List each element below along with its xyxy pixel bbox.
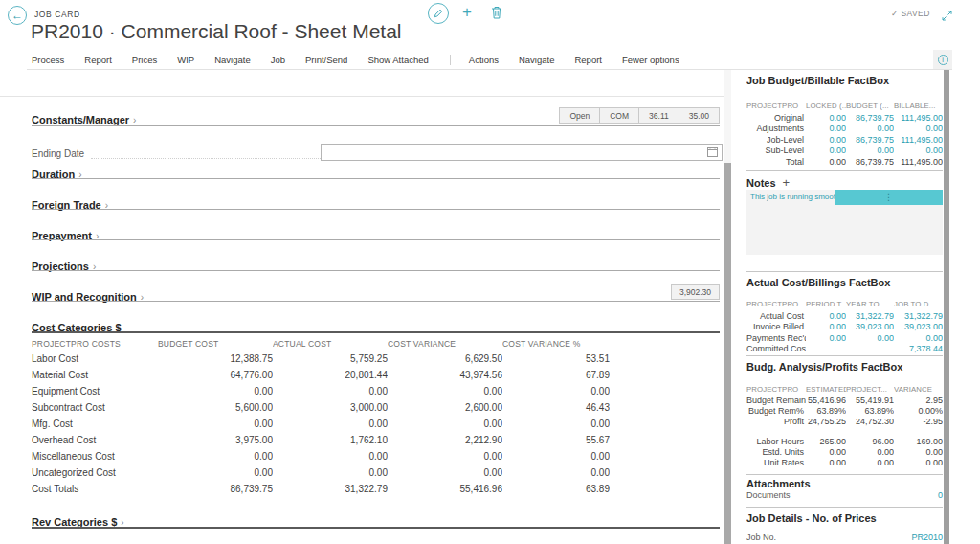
cell-value: 20,801.44	[273, 370, 388, 380]
column-header[interactable]: BUDGET (...	[846, 102, 894, 110]
cell-value[interactable]: 31,322.79	[894, 311, 943, 321]
chip-com[interactable]: COM	[599, 107, 639, 124]
cell-value[interactable]: 7,378.44	[894, 344, 943, 353]
ribbon-item-prices[interactable]: Prices	[132, 55, 157, 65]
ending-date-input[interactable]	[321, 144, 723, 161]
cell-value[interactable]: 0.00	[806, 333, 846, 343]
column-header[interactable]: VARIANCE	[894, 385, 943, 394]
note-item[interactable]: This job is running smoothly. ⋮	[746, 190, 943, 205]
wip-value-wrap: 3,902.30	[0, 284, 720, 300]
info-icon: i	[938, 55, 948, 65]
ribbon-item-print-send[interactable]: Print/Send	[305, 55, 347, 65]
section-duration[interactable]: Duration›	[32, 165, 82, 182]
column-header[interactable]: JOB TO D...	[894, 300, 943, 308]
cell-value: 55,416.96	[806, 396, 846, 405]
note-menu-button[interactable]: ⋮	[835, 190, 943, 205]
factbox-scrollbar-thumb[interactable]	[944, 70, 949, 544]
section-prepayment[interactable]: Prepayment›	[32, 226, 99, 243]
cell-value[interactable]: 39,023.00	[846, 322, 894, 331]
cell-value[interactable]: 0.00	[806, 113, 846, 123]
column-header[interactable]: BUDGET COST	[158, 339, 273, 349]
cell-value[interactable]: 0.00	[806, 135, 846, 145]
cell-value[interactable]: 0.00	[846, 124, 894, 133]
column-header[interactable]: YEAR TO ...	[846, 300, 894, 308]
new-button[interactable]: +	[462, 3, 472, 22]
job-no-link[interactable]: PR2010	[911, 533, 943, 542]
cell-value: 0.00	[158, 451, 273, 462]
column-header[interactable]: PERIOD T...	[806, 300, 846, 308]
cell-value[interactable]: 0.00	[806, 322, 846, 331]
add-note-button[interactable]: +	[783, 175, 791, 190]
cell-value[interactable]: 0.00	[894, 146, 943, 155]
cell-value[interactable]: 111,495.00	[894, 113, 943, 123]
section-foreign-trade[interactable]: Foreign Trade›	[32, 195, 108, 213]
cell-value: 53.51	[502, 353, 610, 364]
cell-value[interactable]: 111,495.00	[894, 135, 943, 145]
back-button[interactable]: ←	[8, 6, 27, 25]
cell-value: 55,419.91	[846, 396, 894, 405]
cell-value[interactable]: 0.00	[894, 333, 943, 343]
plus-icon: +	[462, 3, 472, 21]
cell-value[interactable]: 0.00	[846, 146, 894, 155]
expand-button[interactable]	[942, 8, 952, 25]
row-label: Job-Level	[746, 135, 806, 145]
cell-value: 0.00	[806, 458, 846, 467]
cell-value[interactable]: 0.00	[806, 311, 846, 321]
table-row: Job-Level0.0086,739.75111,495.00	[746, 134, 943, 146]
cell-value[interactable]: 31,322.79	[846, 311, 894, 321]
section-projections[interactable]: Projections›	[32, 257, 96, 274]
edit-button[interactable]	[428, 3, 449, 24]
cell-value: 31,322.79	[273, 484, 388, 494]
ribbon-item-actions[interactable]: Actions	[469, 55, 499, 65]
cell-value: 2.95	[894, 396, 943, 405]
ribbon-item-show-attached[interactable]: Show Attached	[368, 55, 428, 65]
ribbon-item-navigate-2[interactable]: Navigate	[519, 55, 555, 65]
cell-value[interactable]: 0.00	[846, 333, 894, 343]
column-header[interactable]: PROJECTPRO COSTS	[32, 339, 158, 349]
column-header[interactable]: PROJECTPRO	[746, 300, 806, 308]
cell-value[interactable]: 0.00	[894, 124, 943, 133]
chip-open[interactable]: Open	[559, 107, 600, 124]
cell-value[interactable]: 0.00	[806, 124, 846, 133]
cell-value: 1,762.10	[273, 435, 388, 445]
documents-count-link[interactable]: 0	[938, 490, 943, 500]
field-leader-line	[91, 158, 321, 159]
column-header[interactable]: ACTUAL COST	[273, 339, 388, 349]
help-button[interactable]: i	[933, 50, 952, 69]
column-header[interactable]: COST VARIANCE	[388, 339, 502, 349]
column-header[interactable]: BILLABLE...	[894, 102, 943, 110]
factbox-scrollbar	[944, 70, 949, 544]
row-label: Budget Remain...	[746, 396, 806, 405]
cell-value[interactable]: 86,739.75	[846, 157, 894, 167]
ribbon-item-job[interactable]: Job	[271, 55, 285, 65]
column-header[interactable]: PROJECTPRO	[746, 102, 806, 110]
ribbon-item-report[interactable]: Report	[84, 55, 112, 65]
column-header[interactable]: PROJECT...	[846, 385, 894, 394]
chip-36-11[interactable]: 36.11	[638, 107, 679, 124]
column-header[interactable]: PROJECTPRO	[746, 385, 806, 394]
ribbon-item-process[interactable]: Process	[32, 55, 64, 65]
main-scrollbar-thumb[interactable]	[724, 163, 731, 544]
cell-value[interactable]: 0.00	[806, 157, 846, 167]
ribbon-item-navigate[interactable]: Navigate	[214, 55, 251, 65]
delete-button[interactable]	[491, 6, 502, 23]
column-header[interactable]: COST VARIANCE %	[502, 339, 610, 349]
cell-value[interactable]: 86,739.75	[846, 135, 894, 145]
column-header[interactable]: LOCKED (...	[806, 102, 846, 110]
cell-value[interactable]: 86,739.75	[846, 113, 894, 123]
factbox-budg-analysis-title: Budg. Analysis/Profits FactBox	[746, 361, 902, 373]
calendar-icon[interactable]	[707, 144, 718, 161]
ribbon-item-fewer-options[interactable]: Fewer options	[622, 55, 679, 65]
table-row: Uncategorized Cost0.000.000.000.00	[32, 465, 610, 481]
cell-value: 2,212.90	[388, 435, 502, 445]
notes-title: Notes	[746, 177, 776, 189]
wip-value-chip[interactable]: 3,902.30	[671, 284, 720, 300]
column-header[interactable]: ESTIMATED	[806, 385, 846, 394]
ribbon-item-report-2[interactable]: Report	[574, 55, 602, 65]
cell-value[interactable]: 111,495.00	[894, 157, 943, 167]
cell-value[interactable]: 0.00	[806, 146, 846, 155]
chip-35-00[interactable]: 35.00	[679, 107, 720, 124]
cell-value[interactable]: 39,023.00	[894, 322, 943, 331]
factbox-separator	[746, 271, 943, 272]
ribbon-item-wip[interactable]: WIP	[177, 55, 194, 65]
